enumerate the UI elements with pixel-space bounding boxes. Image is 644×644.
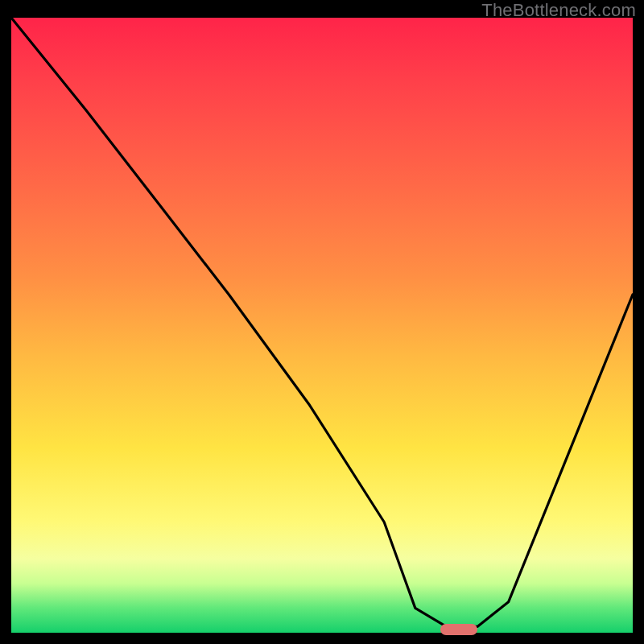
bottleneck-curve [11,18,633,633]
optimal-marker [440,624,477,635]
watermark-text: TheBottleneck.com [481,0,636,21]
plot-area [11,18,633,633]
chart-frame: TheBottleneck.com [0,0,644,644]
